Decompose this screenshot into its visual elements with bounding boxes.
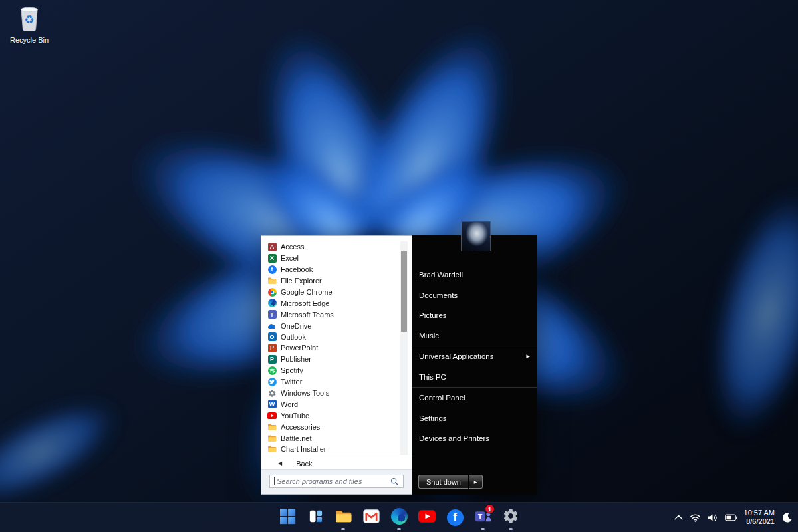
excel-icon: X: [267, 253, 277, 263]
app-item-accessories[interactable]: Accessories: [267, 421, 395, 432]
taskbar-gmail-button[interactable]: [360, 504, 382, 531]
start-link-documents[interactable]: Documents: [412, 285, 537, 306]
settings-icon: [502, 507, 519, 527]
svg-text:♻: ♻: [24, 13, 34, 26]
app-item-label: Twitter: [281, 378, 302, 386]
shut-down-options-arrow-icon: ▶: [474, 479, 477, 484]
chrome-icon: [267, 287, 277, 297]
shut-down-button[interactable]: Shut down: [418, 475, 469, 489]
recycle-bin-icon[interactable]: ♻ Recycle Bin: [3, 4, 56, 44]
taskbar-edge-button[interactable]: [388, 504, 410, 531]
search-input[interactable]: Search programs and files: [269, 475, 404, 488]
app-item-label: Microsoft Edge: [281, 299, 329, 307]
recycle-bin-label: Recycle Bin: [3, 36, 56, 44]
recycle-bin-glyph: ♻: [3, 4, 56, 35]
twitter-icon: [267, 377, 277, 386]
scrollbar-thumb[interactable]: [401, 251, 407, 332]
app-item-label: Facebook: [281, 265, 313, 273]
app-item-battle-net[interactable]: Battle.net: [267, 432, 395, 444]
app-item-outlook[interactable]: O Outlook: [267, 331, 395, 342]
running-indicator: [397, 528, 401, 530]
edge-icon: [391, 508, 408, 527]
app-item-label: Battle.net: [281, 434, 311, 442]
teams-icon: T: [267, 310, 277, 319]
word-icon: W: [267, 400, 277, 409]
system-tray: 10:57 AM 8/6/2021: [674, 503, 793, 532]
start-link-music[interactable]: Music: [412, 326, 537, 346]
back-button[interactable]: ◀ Back: [261, 456, 412, 470]
app-list-scrollbar[interactable]: [400, 241, 408, 455]
app-item-label: Microsoft Teams: [281, 311, 334, 319]
youtube-icon: [267, 411, 277, 420]
folder-icon: [267, 422, 277, 432]
start-link-pictures[interactable]: Pictures: [412, 305, 537, 326]
tray-chevron-up-icon[interactable]: [674, 515, 683, 520]
taskbar-task-view-button[interactable]: [305, 504, 326, 531]
desktop[interactable]: ♻ Recycle Bin A Access X Excel f Faceboo…: [0, 0, 798, 532]
app-item-access[interactable]: A Access: [267, 241, 395, 253]
focus-assist-moon-icon[interactable]: [781, 512, 793, 523]
gear-icon: [267, 388, 277, 398]
app-item-label: Outlook: [281, 333, 306, 341]
app-item-label: Publisher: [281, 355, 311, 363]
app-item-onedrive[interactable]: OneDrive: [267, 320, 395, 331]
facebook-icon: f: [267, 265, 277, 274]
gmail-icon: [363, 508, 380, 527]
app-item-google-chrome[interactable]: Google Chrome: [267, 287, 395, 298]
running-indicator: [481, 528, 485, 530]
app-item-powerpoint[interactable]: P PowerPoint: [267, 342, 395, 354]
search-placeholder: Search programs and files: [277, 477, 390, 485]
taskbar-settings-button[interactable]: [500, 504, 521, 531]
app-item-microsoft-teams[interactable]: T Microsoft Teams: [267, 309, 395, 320]
user-name-item[interactable]: Brad Wardell: [412, 265, 537, 285]
taskbar-start-button[interactable]: [277, 504, 298, 531]
app-item-twitter[interactable]: Twitter: [267, 376, 395, 388]
app-item-file-explorer[interactable]: File Explorer: [267, 275, 395, 287]
powerpoint-icon: P: [267, 343, 277, 352]
outlook-icon: O: [267, 332, 277, 342]
user-avatar[interactable]: [461, 221, 491, 251]
app-item-spotify[interactable]: Spotify: [267, 365, 395, 376]
start-menu-left-panel: A Access X Excel f Facebook File Explore…: [261, 235, 412, 495]
app-item-label: PowerPoint: [281, 344, 318, 352]
running-indicator: [509, 528, 513, 530]
search-icon[interactable]: [390, 477, 399, 486]
start-link-this-pc[interactable]: This PC: [412, 367, 537, 388]
start-link-settings[interactable]: Settings: [412, 408, 537, 429]
tray-date: 8/6/2021: [744, 517, 775, 527]
start-link-universal-applications[interactable]: Universal Applications▶: [412, 346, 537, 367]
app-item-word[interactable]: W Word: [267, 398, 395, 410]
start-link-devices-and-printers[interactable]: Devices and Printers: [412, 428, 537, 449]
app-item-microsoft-edge[interactable]: Microsoft Edge: [267, 297, 395, 309]
folder-icon: [267, 276, 277, 285]
app-item-excel[interactable]: X Excel: [267, 253, 395, 264]
running-indicator: [341, 528, 345, 530]
taskbar-file-explorer-button[interactable]: [332, 504, 354, 531]
app-item-chart-installer[interactable]: Chart Installer: [267, 444, 395, 455]
app-item-label: OneDrive: [281, 322, 311, 330]
taskbar-icons: f T 1: [277, 504, 521, 531]
app-item-youtube[interactable]: YouTube: [267, 410, 395, 421]
app-item-publisher[interactable]: P Publisher: [267, 354, 395, 365]
taskbar-facebook-button[interactable]: f: [444, 504, 466, 531]
app-item-label: Google Chrome: [281, 288, 332, 296]
taskbar-teams-button[interactable]: T 1: [472, 504, 493, 531]
submenu-arrow-icon: ▶: [527, 346, 530, 367]
battery-icon[interactable]: [725, 514, 737, 521]
app-item-facebook[interactable]: f Facebook: [267, 264, 395, 275]
start-link-control-panel[interactable]: Control Panel: [412, 388, 537, 408]
taskbar-youtube-button[interactable]: [416, 504, 438, 531]
app-item-label: Windows Tools: [281, 389, 329, 397]
volume-icon[interactable]: [708, 513, 718, 522]
app-item-label: Excel: [281, 254, 299, 262]
app-item-windows-tools[interactable]: Windows Tools: [267, 388, 395, 399]
shut-down-options-button[interactable]: ▶: [469, 475, 483, 489]
edge-icon: [267, 299, 277, 308]
app-item-label: File Explorer: [281, 277, 322, 285]
folder-icon: [267, 444, 277, 454]
tray-clock[interactable]: 10:57 AM 8/6/2021: [744, 509, 775, 527]
svg-text:T: T: [477, 512, 482, 520]
start-menu: A Access X Excel f Facebook File Explore…: [261, 235, 537, 495]
wifi-icon[interactable]: [690, 513, 701, 522]
text-caret: [274, 477, 275, 485]
